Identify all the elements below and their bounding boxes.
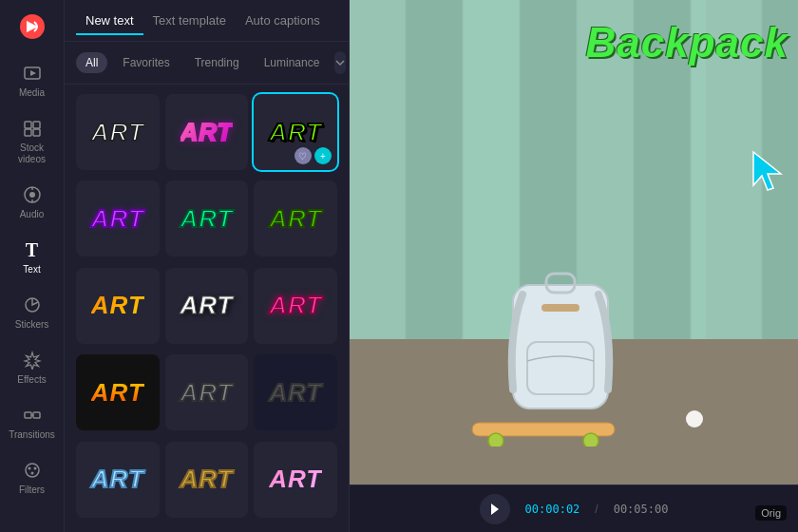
art-text-5: ART (180, 204, 234, 234)
sidebar-item-stock-videos[interactable]: Stockvideos (4, 110, 61, 173)
orig-badge: Orig (755, 505, 787, 521)
art-text-1: ART (91, 118, 144, 147)
transitions-icon (22, 405, 43, 426)
tab-text-template[interactable]: Text template (143, 8, 236, 35)
text-style-card-10[interactable]: ART (76, 354, 160, 430)
art-text-6: ART (269, 204, 322, 234)
card-3-overlay: ♡ + (294, 147, 332, 164)
audio-label: Audio (20, 209, 45, 220)
tab-new-text[interactable]: New text (76, 8, 143, 35)
svg-point-21 (488, 433, 504, 446)
filters-icon (22, 460, 43, 481)
text-style-card-3[interactable]: ART ♡ + (254, 94, 337, 170)
filter-all[interactable]: All (76, 52, 107, 73)
svg-rect-3 (25, 122, 31, 128)
preview-area: Backpack 00:00:02 / 00:05:00 Orig (350, 0, 798, 532)
text-style-card-11[interactable]: ART (165, 354, 249, 430)
total-time: 00:05:00 (614, 503, 669, 516)
sidebar-item-audio[interactable]: Audio (4, 177, 61, 228)
app-logo (15, 10, 49, 44)
text-style-grid: ART ART ART ♡ + ART ART ART ART (65, 85, 349, 532)
svg-rect-6 (33, 129, 40, 136)
filter-dropdown[interactable] (334, 51, 346, 74)
sidebar-item-media[interactable]: Media (4, 55, 61, 106)
art-text-15: ART (269, 465, 322, 494)
svg-point-22 (583, 433, 598, 446)
text-style-card-9[interactable]: ART (254, 268, 337, 344)
backpack-illustration (494, 247, 627, 428)
current-time: 00:00:02 (525, 503, 580, 516)
art-text-9: ART (269, 291, 322, 320)
tab-bar: New text Text template Auto captions (65, 0, 349, 42)
play-button[interactable] (480, 494, 510, 524)
svg-rect-5 (25, 129, 31, 136)
sidebar-item-stickers[interactable]: Stickers (4, 287, 61, 338)
svg-rect-11 (33, 412, 40, 418)
stock-videos-icon (22, 118, 43, 139)
sidebar-item-text[interactable]: T Text (4, 232, 61, 283)
transitions-label: Transitions (9, 429, 55, 441)
filter-trending[interactable]: Trending (185, 52, 249, 73)
sidebar: Media Stockvideos Audio T Text (0, 0, 65, 532)
svg-rect-19 (542, 304, 580, 312)
text-style-card-2[interactable]: ART (165, 94, 249, 170)
art-text-7: ART (91, 291, 144, 320)
filter-bar: All Favorites Trending Luminance (65, 42, 349, 85)
art-text-4: ART (91, 204, 144, 234)
svg-rect-16 (513, 285, 608, 408)
audio-icon (22, 184, 43, 205)
filters-label: Filters (19, 484, 45, 496)
stickers-label: Stickers (15, 319, 49, 331)
svg-point-13 (28, 467, 30, 470)
preview-video: Backpack (350, 0, 798, 484)
effects-icon (22, 350, 43, 370)
card-3-favorite-btn[interactable]: ♡ (294, 147, 312, 164)
card-3-add-btn[interactable]: + (314, 147, 332, 164)
backpack-text-overlay: Backpack (586, 19, 788, 66)
sidebar-item-effects[interactable]: Effects (4, 342, 61, 393)
svg-point-14 (33, 467, 36, 470)
effects-label: Effects (17, 374, 46, 386)
art-text-13: ART (91, 465, 144, 494)
sidebar-item-filters[interactable]: Filters (4, 452, 61, 504)
svg-rect-4 (33, 122, 40, 128)
time-separator: / (595, 503, 598, 516)
svg-marker-2 (30, 70, 36, 76)
art-text-2: ART (180, 118, 234, 147)
text-style-card-13[interactable]: ART (76, 442, 160, 518)
art-text-10: ART (91, 378, 144, 408)
text-label: Text (23, 264, 40, 276)
filter-luminance[interactable]: Luminance (255, 52, 330, 73)
text-style-card-6[interactable]: ART (254, 180, 337, 256)
text-control-point[interactable] (686, 410, 703, 428)
timeline: 00:00:02 / 00:05:00 (350, 484, 798, 532)
svg-point-8 (29, 192, 35, 198)
text-style-card-4[interactable]: ART (76, 180, 160, 256)
stickers-icon (22, 294, 43, 315)
sidebar-item-transitions[interactable]: Transitions (4, 397, 61, 448)
text-style-card-12[interactable]: ART (254, 354, 337, 430)
text-icon: T (22, 239, 43, 260)
skateboard-illustration (467, 418, 619, 446)
media-icon (22, 63, 43, 84)
text-style-card-7[interactable]: ART (76, 268, 160, 344)
text-style-card-1[interactable]: ART (76, 94, 160, 170)
svg-point-12 (26, 464, 39, 477)
svg-rect-10 (25, 412, 31, 418)
svg-marker-24 (491, 504, 499, 515)
art-text-8: ART (180, 291, 234, 320)
filter-favorites[interactable]: Favorites (113, 52, 179, 73)
svg-point-15 (30, 472, 33, 475)
media-label: Media (19, 87, 45, 99)
text-style-card-15[interactable]: ART (254, 442, 337, 518)
art-text-12: ART (269, 378, 322, 408)
art-text-11: ART (180, 378, 234, 408)
stock-videos-label: Stockvideos (18, 142, 46, 165)
text-panel: New text Text template Auto captions All… (65, 0, 350, 532)
art-text-14: ART (180, 465, 234, 494)
text-style-card-8[interactable]: ART (165, 268, 249, 344)
art-text-3: ART (269, 118, 322, 147)
text-style-card-5[interactable]: ART (165, 180, 249, 256)
text-style-card-14[interactable]: ART (165, 442, 249, 518)
tab-auto-captions[interactable]: Auto captions (236, 8, 330, 35)
